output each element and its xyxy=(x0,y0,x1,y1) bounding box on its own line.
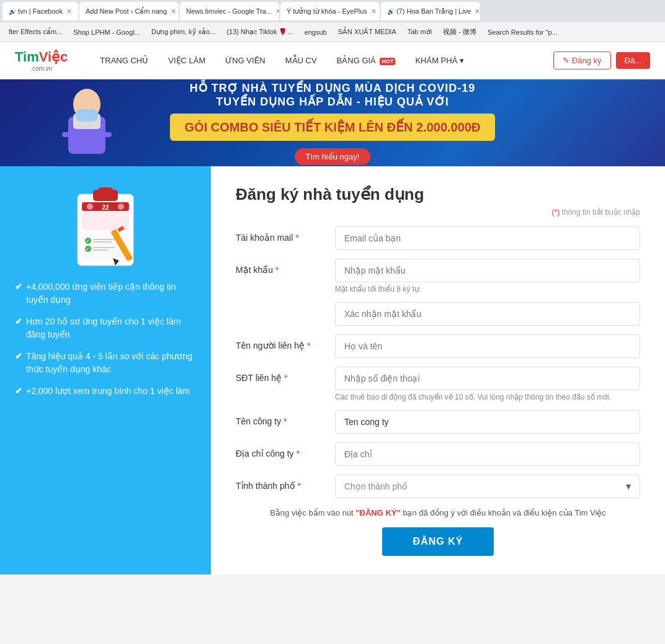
nav-banggiaHOT[interactable]: BẢNG GIÁ HOT xyxy=(329,51,403,70)
label-email: Tài khoản mail * xyxy=(236,226,335,243)
phone-input[interactable] xyxy=(335,367,640,390)
banner-promo: GÓI COMBO SIÊU TIẾT KIỆM LÊN ĐẾN 2.000.0… xyxy=(170,114,496,141)
logo-tim: Tim xyxy=(15,49,39,65)
logo[interactable]: TimViệc .com.vn xyxy=(15,49,68,72)
banner-cta[interactable]: Tìm hiểu ngay! xyxy=(295,148,371,165)
terms-text: Bằng việc bấm vào nút "ĐĂNG KÝ" bạn đã đ… xyxy=(236,508,640,517)
banner: HỖ TRỢ NHÀ TUYỂN DỤNG MÙA DỊCH COVID-19 … xyxy=(0,79,665,166)
field-company-name xyxy=(335,410,640,434)
form-title: Đăng ký nhà tuyển dụng xyxy=(236,185,640,204)
bookmark-tabnew[interactable]: Tab mới xyxy=(404,27,435,37)
svg-rect-18 xyxy=(93,241,112,243)
tab-timviec[interactable]: News.timviec - Google Tra... ✕ xyxy=(180,2,279,20)
phone-hint: Các thuê bao di động đã chuyển về 10 số.… xyxy=(335,393,640,401)
bookmark-weibo[interactable]: 视频 - 微博 xyxy=(439,26,480,38)
banner-content: HỖ TRỢ NHÀ TUYỂN DỤNG MÙA DỊCH COVID-19 … xyxy=(170,81,496,165)
svg-point-13 xyxy=(118,203,124,210)
bookmark-engsub[interactable]: engsub xyxy=(301,27,331,37)
main-nav: TRANG CHỦ VIỆC LÀM ỨNG VIÊN MẪU CV BẢNG … xyxy=(92,51,553,70)
label-company-name: Tên công ty * xyxy=(236,410,335,426)
nav-vieclam[interactable]: VIỆC LÀM xyxy=(161,51,213,70)
svg-rect-4 xyxy=(93,132,112,137)
nav-trangchu[interactable]: TRANG CHỦ xyxy=(92,51,156,70)
site-header: TimViệc .com.vn TRANG CHỦ VIỆC LÀM ỨNG V… xyxy=(0,42,665,79)
form-group-phone: SĐT liên hệ * Các thuê bao di động đã ch… xyxy=(236,367,640,401)
password-input[interactable] xyxy=(335,259,640,282)
svg-rect-8 xyxy=(98,187,113,194)
tab-eyeplus[interactable]: Ý tưởng từ khóa - EyePlus ✕ xyxy=(280,2,380,20)
close-tab-icon[interactable]: ✕ xyxy=(275,7,279,16)
svg-text:✓: ✓ xyxy=(86,246,90,252)
company-name-input[interactable] xyxy=(335,410,640,434)
feature-item-2: ✔ Hơn 20 hồ sơ ứng tuyển cho 1 việc làm … xyxy=(15,315,196,341)
required-star-company-address: * xyxy=(297,449,300,458)
company-address-input[interactable] xyxy=(335,442,640,466)
nav-ungvien[interactable]: ỨNG VIÊN xyxy=(218,51,272,70)
field-confirm-password xyxy=(335,302,640,326)
close-tab-icon[interactable]: ✕ xyxy=(171,7,176,16)
browser-tabs: 🔊 tvn | Facebook ✕ Add New Post ‹ Cẩm na… xyxy=(0,0,665,22)
features-list: ✔ +4,000,000 ứng viên tiếp cận thông tin… xyxy=(15,280,196,406)
bookmark-search[interactable]: Search Results for "p... xyxy=(484,27,561,37)
submit-register-button[interactable]: ĐĂNG KÝ xyxy=(382,527,494,556)
banner-person xyxy=(50,86,124,166)
clipboard-illustration: 22 ✓ ✓ xyxy=(68,185,143,266)
bookmarks-bar: fter Effects cẩm... Shop LPHM - Googl...… xyxy=(0,22,665,42)
bookmark-aftereffects[interactable]: fter Effects cẩm... xyxy=(5,27,66,37)
form-group-company-name: Tên công ty * xyxy=(236,410,640,434)
terms-link[interactable]: "ĐĂNG KÝ" xyxy=(355,508,400,517)
left-panel: 22 ✓ ✓ ✔ +4,000,0 xyxy=(0,166,211,575)
nav-khampha[interactable]: KHÁM PHÁ ▾ xyxy=(408,51,471,70)
svg-rect-22 xyxy=(93,249,109,251)
required-star-password: * xyxy=(275,265,279,275)
bookmark-sanxuat[interactable]: SẢN XUẤT MEDIA xyxy=(334,27,400,37)
label-fullname: Tên người liên hệ * xyxy=(236,334,335,351)
form-group-email: Tài khoản mail * xyxy=(236,226,640,250)
field-city: Chọn thành phố ▼ xyxy=(335,475,640,498)
confirm-password-input[interactable] xyxy=(335,302,640,326)
nav-maucv[interactable]: MẪU CV xyxy=(278,51,324,70)
label-password: Mật khẩu * xyxy=(236,259,335,275)
close-tab-icon[interactable]: ✕ xyxy=(371,7,377,16)
bookmark-nhactiktok[interactable]: (13) Nhạc Tiktok 🌹... xyxy=(223,27,297,37)
svg-text:✓: ✓ xyxy=(86,238,90,244)
label-confirm-password xyxy=(236,302,335,308)
form-group-company-address: Địa chỉ công ty * xyxy=(236,442,640,466)
bookmark-shop[interactable]: Shop LPHM - Googl... xyxy=(69,27,144,37)
feature-item-1: ✔ +4,000,000 ứng viên tiếp cận thông tin… xyxy=(15,280,196,306)
close-tab-icon[interactable]: ✕ xyxy=(66,7,72,16)
tab-hoabantr[interactable]: 🔊 (7) Hoa Ban Trắng | Live ✕ xyxy=(381,2,480,20)
register-button[interactable]: ✎ Đăng ký xyxy=(553,51,610,69)
check-icon-4: ✔ xyxy=(15,385,22,398)
label-company-address: Địa chỉ công ty * xyxy=(236,442,335,458)
svg-point-12 xyxy=(87,203,93,210)
field-phone: Các thuê bao di động đã chuyển về 10 số.… xyxy=(335,367,640,401)
bookmark-dungphim[interactable]: Dựng phim, kỹ xảo... xyxy=(148,27,220,37)
required-star-fullname: * xyxy=(307,341,310,351)
tab-wordpress[interactable]: Add New Post ‹ Cẩm nang ✕ xyxy=(79,2,179,20)
field-email xyxy=(335,226,640,250)
email-input[interactable] xyxy=(335,226,640,250)
fullname-input[interactable] xyxy=(335,334,640,358)
required-star-phone: * xyxy=(284,373,287,383)
banner-title1: HỖ TRỢ NHÀ TUYỂN DỤNG MÙA DỊCH COVID-19 xyxy=(170,81,496,95)
close-tab-icon[interactable]: ✕ xyxy=(475,7,480,16)
tab-facebook[interactable]: 🔊 tvn | Facebook ✕ xyxy=(2,2,78,20)
banner-title2: TUYỂN DỤNG HẤP DẪN - HIỆU QUẢ VỚI xyxy=(170,95,496,109)
login-button[interactable]: Đă... xyxy=(616,52,650,69)
check-icon-2: ✔ xyxy=(15,315,22,341)
right-panel: Đăng ký nhà tuyển dụng (*) thông tin bắt… xyxy=(211,166,665,575)
svg-rect-21 xyxy=(93,247,115,248)
header-actions: ✎ Đăng ký Đă... xyxy=(553,51,650,69)
required-star-city: * xyxy=(297,481,300,491)
field-fullname xyxy=(335,334,640,358)
svg-rect-17 xyxy=(93,239,118,240)
label-city: Tỉnh thành phố * xyxy=(236,475,335,491)
city-select[interactable]: Chọn thành phố xyxy=(335,475,640,498)
svg-text:22: 22 xyxy=(102,204,109,211)
form-group-city: Tỉnh thành phố * Chọn thành phố ▼ xyxy=(236,475,640,498)
logo-viec: Việc xyxy=(39,49,68,65)
city-select-wrapper: Chọn thành phố ▼ xyxy=(335,475,640,498)
required-star-email: * xyxy=(295,233,298,243)
check-icon-3: ✔ xyxy=(15,350,22,376)
